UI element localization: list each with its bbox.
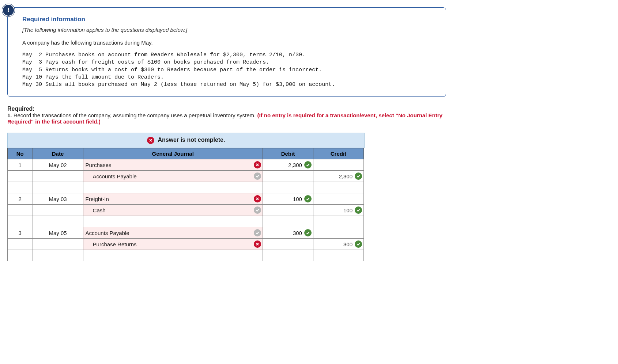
- cell-account: [83, 250, 263, 261]
- cell-debit: [263, 250, 313, 261]
- cell-debit: [263, 171, 313, 182]
- cell-no: [8, 205, 33, 216]
- info-header: Required information: [22, 16, 436, 23]
- cell-debit[interactable]: 300: [263, 227, 313, 239]
- check-circle-icon: [355, 240, 362, 248]
- x-circle-icon: [254, 195, 261, 202]
- check-circle-icon: [254, 172, 261, 180]
- cell-credit: [313, 227, 363, 239]
- info-badge-icon: !: [2, 4, 15, 16]
- cell-account[interactable]: Purchases: [83, 159, 263, 171]
- required-instruction: 1. Record the transactions of the compan…: [7, 112, 446, 125]
- col-general-journal: General Journal: [83, 148, 263, 159]
- status-text: Answer is not complete.: [158, 137, 225, 143]
- col-date: Date: [33, 148, 83, 159]
- cell-date: [33, 250, 83, 261]
- cell-no: [8, 171, 33, 182]
- cell-credit: [313, 250, 363, 261]
- cell-account: [83, 216, 263, 227]
- check-circle-icon: [355, 206, 362, 214]
- cell-credit: [313, 159, 363, 171]
- cell-no: 3: [8, 227, 33, 239]
- cell-no: [8, 216, 33, 227]
- check-circle-icon: [304, 161, 312, 168]
- table-row: [8, 216, 364, 227]
- status-bar: Answer is not complete.: [7, 133, 365, 148]
- table-row: Purchase Returns300: [8, 239, 364, 250]
- required-block: Required: 1. Record the transactions of …: [7, 106, 446, 125]
- required-number: 1.: [7, 112, 14, 118]
- cell-credit[interactable]: 2,300: [313, 171, 363, 182]
- cell-account[interactable]: Freight-In: [83, 193, 263, 205]
- check-circle-icon: [254, 206, 261, 214]
- table-row: [8, 250, 364, 261]
- cell-debit[interactable]: 100: [263, 193, 313, 205]
- check-circle-icon: [304, 195, 312, 202]
- cell-credit[interactable]: 300: [313, 239, 363, 250]
- cell-debit: [263, 216, 313, 227]
- cell-date: [33, 171, 83, 182]
- table-row: 2May 03Freight-In100: [8, 193, 364, 205]
- cell-date: May 03: [33, 193, 83, 205]
- col-debit: Debit: [263, 148, 313, 159]
- cell-debit[interactable]: 2,300: [263, 159, 313, 171]
- cell-debit: [263, 182, 313, 193]
- cell-date: May 02: [33, 159, 83, 171]
- required-label: Required:: [7, 106, 446, 112]
- journal-table: No Date General Journal Debit Credit 1Ma…: [7, 148, 364, 261]
- col-credit: Credit: [313, 148, 363, 159]
- x-circle-icon: [254, 240, 261, 248]
- table-row: [8, 182, 364, 193]
- cell-date: [33, 216, 83, 227]
- info-subtitle: [The following information applies to th…: [22, 27, 436, 33]
- cell-date: [33, 239, 83, 250]
- check-circle-icon: [304, 229, 312, 236]
- cell-credit: [313, 216, 363, 227]
- transactions-text: May 2 Purchases books on account from Re…: [22, 52, 436, 88]
- required-main-text: Record the transactions of the company, …: [14, 112, 257, 118]
- cell-no: [8, 239, 33, 250]
- cell-no: [8, 182, 33, 193]
- cell-no: 1: [8, 159, 33, 171]
- table-row: Accounts Payable2,300: [8, 171, 364, 182]
- cell-account[interactable]: Cash: [83, 205, 263, 216]
- cell-no: [8, 250, 33, 261]
- check-circle-icon: [355, 172, 362, 180]
- cell-date: [33, 205, 83, 216]
- cell-account[interactable]: Accounts Payable: [83, 171, 263, 182]
- table-row: 1May 02Purchases2,300: [8, 159, 364, 171]
- info-intro: A company has the following transactions…: [22, 39, 436, 46]
- cell-date: May 05: [33, 227, 83, 239]
- x-circle-icon: [254, 161, 261, 168]
- col-no: No: [8, 148, 33, 159]
- x-circle-icon: [147, 137, 154, 144]
- cell-credit[interactable]: 100: [313, 205, 363, 216]
- cell-account: [83, 182, 263, 193]
- cell-no: 2: [8, 193, 33, 205]
- cell-credit: [313, 193, 363, 205]
- cell-date: [33, 182, 83, 193]
- cell-account[interactable]: Purchase Returns: [83, 239, 263, 250]
- check-circle-icon: [254, 229, 261, 236]
- cell-debit: [263, 205, 313, 216]
- cell-account[interactable]: Accounts Payable: [83, 227, 263, 239]
- cell-debit: [263, 239, 313, 250]
- required-information-box: ! Required information [The following in…: [7, 7, 446, 97]
- table-row: Cash100: [8, 205, 364, 216]
- cell-credit: [313, 182, 363, 193]
- table-row: 3May 05Accounts Payable300: [8, 227, 364, 239]
